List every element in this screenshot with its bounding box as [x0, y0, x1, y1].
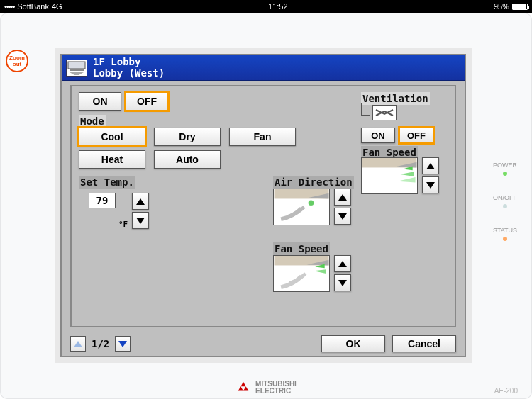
up-arrow-icon [426, 163, 435, 169]
title-line2: Lobby (West) [93, 68, 165, 79]
mode-cool-button[interactable]: Cool [79, 128, 145, 146]
up-arrow-icon [338, 194, 347, 201]
set-temp-label: Set Temp. [79, 176, 135, 189]
vent-fan-speed-preview [361, 157, 418, 194]
svg-marker-11 [243, 386, 248, 390]
mode-dry-button[interactable]: Dry [154, 128, 221, 146]
device-bezel: Zoom out POWER ON/OFF STATUS 1F Lobby Lo… [0, 13, 532, 399]
mode-heat-button[interactable]: Heat [79, 150, 145, 169]
svg-rect-1 [70, 69, 84, 71]
next-page-button[interactable] [115, 336, 131, 352]
hw-indicator-panel: POWER ON/OFF STATUS [488, 162, 522, 259]
vent-off-button[interactable]: OFF [399, 128, 433, 143]
airdir-up-button[interactable] [334, 189, 351, 206]
svg-point-4 [309, 200, 314, 206]
svg-rect-0 [68, 62, 85, 69]
title-line1: 1F Lobby [93, 57, 165, 67]
fanspeed-down-button[interactable] [334, 274, 351, 291]
svg-marker-9 [240, 382, 245, 386]
signal-dots-icon: ••••• [4, 2, 14, 11]
ventilation-label: Ventilation [361, 92, 430, 105]
mitsubishi-logo-icon [235, 381, 251, 394]
power-on-button[interactable]: ON [79, 92, 121, 111]
down-arrow-icon [136, 218, 145, 224]
unit-icon [66, 60, 87, 77]
zoom-out-button[interactable]: Zoom out [6, 50, 28, 72]
model-label: AE-200 [494, 387, 518, 395]
svg-marker-10 [238, 386, 243, 390]
status-led-icon [503, 237, 507, 241]
settings-panel: ON OFF Mode Cool Dry Fan Heat Auto Set T… [70, 85, 456, 327]
power-led-icon [503, 172, 507, 176]
air-direction-preview [273, 189, 330, 225]
network-label: 4G [52, 2, 62, 11]
ventilation-icon [372, 105, 397, 120]
onoff-led-icon [503, 204, 507, 208]
battery-pct-label: 95% [494, 2, 509, 11]
air-direction-label: Air Direction [273, 176, 354, 189]
ok-button[interactable]: OK [321, 335, 385, 352]
brand-logo: MITSUBISHIELECTRIC [0, 381, 532, 395]
ventilation-bracket-icon [361, 103, 370, 116]
down-arrow-icon [338, 213, 347, 220]
status-indicator-label: STATUS [488, 227, 522, 234]
mode-fan-button[interactable]: Fan [229, 128, 296, 146]
title-bar: 1F Lobby Lobby (West) [62, 55, 465, 81]
power-indicator-label: POWER [488, 162, 522, 169]
clock-label: 11:52 [62, 2, 494, 11]
cancel-button[interactable]: Cancel [392, 335, 456, 352]
temp-up-button[interactable] [132, 193, 149, 210]
power-off-button[interactable]: OFF [126, 92, 168, 111]
ios-status-bar: ••••• SoftBank 4G 11:52 95% [0, 0, 532, 13]
touchscreen: 1F Lobby Lobby (West) ON OFF Mode Cool D… [60, 54, 466, 357]
mode-auto-button[interactable]: Auto [154, 150, 221, 169]
vent-fanspeed-up-button[interactable] [422, 157, 439, 174]
onoff-indicator-label: ON/OFF [488, 194, 522, 201]
vent-on-button[interactable]: ON [361, 128, 395, 143]
set-temp-value: 79 [89, 193, 116, 208]
vent-fanspeed-down-button[interactable] [422, 176, 439, 193]
fan-speed-preview [273, 255, 330, 292]
set-temp-unit: °F [118, 220, 128, 229]
up-arrow-icon [74, 341, 82, 347]
down-arrow-icon [426, 182, 435, 189]
up-arrow-icon [338, 261, 347, 267]
fanspeed-up-button[interactable] [334, 255, 351, 272]
airdir-down-button[interactable] [334, 208, 351, 225]
mode-label: Mode [79, 115, 106, 128]
dialog-footer: 1/2 OK Cancel [62, 332, 465, 356]
carrier-label: SoftBank [17, 2, 49, 11]
page-indicator: 1/2 [92, 338, 109, 349]
down-arrow-icon [118, 341, 127, 347]
fan-speed-label: Fan Speed [273, 242, 330, 255]
battery-icon [512, 4, 528, 10]
temp-down-button[interactable] [132, 212, 149, 229]
brand-line2: ELECTRIC [255, 388, 297, 395]
down-arrow-icon [338, 280, 347, 286]
up-arrow-icon [136, 198, 145, 205]
prev-page-button[interactable] [70, 336, 86, 352]
